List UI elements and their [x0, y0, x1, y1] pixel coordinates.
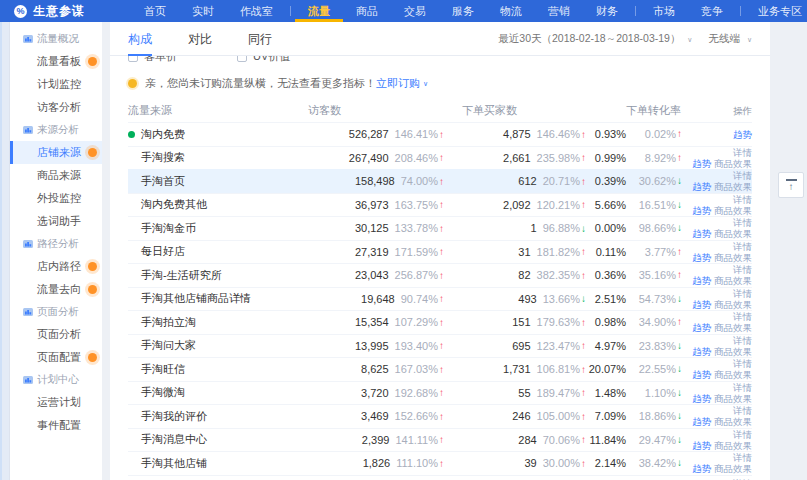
- ops-line-1: 详情: [682, 264, 752, 275]
- sidebar-item-访客分析[interactable]: 访客分析: [10, 96, 102, 119]
- trend-link[interactable]: 趋势: [692, 205, 711, 216]
- product-effect-link[interactable]: 商品效果: [714, 181, 752, 192]
- sidebar-item-运营计划[interactable]: 运营计划: [10, 391, 102, 414]
- product-effect-link[interactable]: 商品效果: [714, 346, 752, 357]
- buyers-cell: 61220.71%↑: [444, 175, 586, 187]
- detail-link[interactable]: 详情: [733, 405, 752, 416]
- conversion-value: 2.51%: [595, 293, 626, 305]
- subscribe-link[interactable]: 立即订购: [376, 76, 420, 91]
- trend-link[interactable]: 趋势: [733, 129, 752, 140]
- nav-item-流量[interactable]: 流量: [295, 0, 343, 22]
- source-name-cell: 手淘其他店铺商品详情: [128, 291, 296, 306]
- nav-item-竞争[interactable]: 竞争: [688, 0, 736, 22]
- tab-同行[interactable]: 同行: [248, 22, 272, 56]
- nav-item-物流[interactable]: 物流: [487, 0, 535, 22]
- trend-link[interactable]: 趋势: [692, 299, 711, 310]
- table-row: 手淘首页158,49874.00%↑61220.71%↑0.39%30.62%↓…: [128, 169, 752, 193]
- trend-link[interactable]: 趋势: [692, 228, 711, 239]
- buyers-cell-value: 82: [518, 269, 530, 281]
- detail-link[interactable]: 详情: [733, 264, 752, 275]
- app-logo[interactable]: % 生意参谋: [14, 3, 85, 20]
- date-range-selector[interactable]: 最近30天（2018-02-18～2018-03-19） ∨: [498, 32, 692, 46]
- trend-link[interactable]: 趋势: [692, 346, 711, 357]
- source-name-cell: 手淘消息中心: [128, 432, 296, 447]
- conversion-change-block: 0.02%↑: [626, 128, 682, 140]
- sidebar-item-流量看板[interactable]: 流量看板: [10, 50, 102, 73]
- product-effect-link[interactable]: 商品效果: [714, 252, 752, 263]
- detail-link[interactable]: 详情: [733, 288, 752, 299]
- conversion-change: 29.47%: [639, 434, 676, 446]
- nav-item-营销[interactable]: 营销: [535, 0, 583, 22]
- trend-link[interactable]: 趋势: [692, 275, 711, 286]
- buyers-cell-change: 70.06%: [543, 434, 580, 446]
- product-effect-link[interactable]: 商品效果: [714, 369, 752, 380]
- terminal-selector[interactable]: 无线端 ∨: [708, 32, 752, 46]
- trend-link[interactable]: 趋势: [692, 158, 711, 169]
- detail-link[interactable]: 详情: [733, 429, 752, 440]
- nav-item-首页[interactable]: 首页: [131, 0, 179, 22]
- product-effect-link[interactable]: 商品效果: [714, 440, 752, 451]
- detail-link[interactable]: 详情: [733, 358, 752, 369]
- visitors-cell-value: 23,043: [355, 269, 389, 281]
- trend-link[interactable]: 趋势: [692, 369, 711, 380]
- column-header-下单买家数: 下单买家数: [444, 103, 586, 118]
- detail-link[interactable]: 详情: [733, 382, 752, 393]
- nav-item-商品[interactable]: 商品: [343, 0, 391, 22]
- conversion-change-block: 29.47%↓: [626, 434, 682, 446]
- sidebar-item-计划监控[interactable]: 计划监控: [10, 73, 102, 96]
- nav-item-交易[interactable]: 交易: [391, 0, 439, 22]
- product-effect-link[interactable]: 商品效果: [714, 205, 752, 216]
- detail-link[interactable]: 详情: [733, 170, 752, 181]
- trend-link[interactable]: 趋势: [692, 463, 711, 474]
- chevron-down-icon: ∨: [687, 36, 692, 43]
- visitors-cell: 3,720192.68%↑: [296, 387, 444, 399]
- visitors-cell: 158,49874.00%↑: [296, 175, 444, 187]
- trend-link[interactable]: 趋势: [692, 252, 711, 263]
- sidebar-section-计划中心: 计划中心: [10, 369, 102, 391]
- trend-link[interactable]: 趋势: [692, 416, 711, 427]
- tab-对比[interactable]: 对比: [188, 22, 212, 56]
- detail-link[interactable]: 详情: [733, 147, 752, 158]
- trend-link[interactable]: 趋势: [692, 393, 711, 404]
- conversion-value: 2.14%: [595, 457, 626, 469]
- sidebar-item-外投监控[interactable]: 外投监控: [10, 187, 102, 210]
- sidebar-item-页面配置[interactable]: 页面配置: [10, 346, 102, 369]
- sidebar-item-选词助手[interactable]: 选词助手: [10, 210, 102, 233]
- nav-item-财务[interactable]: 财务: [583, 0, 631, 22]
- sidebar-item-流量去向[interactable]: 流量去向: [10, 278, 102, 301]
- checkbox-客单价[interactable]: [128, 56, 138, 62]
- nav-item-实时[interactable]: 实时: [179, 0, 227, 22]
- detail-link[interactable]: 详情: [733, 335, 752, 346]
- detail-link[interactable]: 详情: [733, 241, 752, 252]
- product-effect-link[interactable]: 商品效果: [714, 393, 752, 404]
- product-effect-link[interactable]: 商品效果: [714, 463, 752, 474]
- checkbox-UV价值[interactable]: [237, 56, 247, 62]
- trend-link[interactable]: 趋势: [692, 440, 711, 451]
- product-effect-link[interactable]: 商品效果: [714, 322, 752, 333]
- detail-link[interactable]: 详情: [733, 194, 752, 205]
- visitors-cell: 3,469152.66%↑: [296, 410, 444, 422]
- source-name: 手淘-生活研究所: [141, 268, 222, 283]
- product-effect-link[interactable]: 商品效果: [714, 299, 752, 310]
- detail-link[interactable]: 详情: [733, 217, 752, 228]
- sidebar-item-事件配置[interactable]: 事件配置: [10, 414, 102, 437]
- sidebar-item-页面分析[interactable]: 页面分析: [10, 323, 102, 346]
- nav-item-服务[interactable]: 服务: [439, 0, 487, 22]
- detail-link[interactable]: 详情: [733, 452, 752, 463]
- detail-link[interactable]: 详情: [733, 311, 752, 322]
- sidebar-item-店内路径[interactable]: 店内路径: [10, 255, 102, 278]
- trend-link[interactable]: 趋势: [692, 181, 711, 192]
- ops-line-1: 详情: [682, 382, 752, 393]
- sidebar-item-商品来源[interactable]: 商品来源: [10, 164, 102, 187]
- product-effect-link[interactable]: 商品效果: [714, 416, 752, 427]
- product-effect-link[interactable]: 商品效果: [714, 228, 752, 239]
- nav-item-业务专区[interactable]: 业务专区: [745, 0, 807, 22]
- nav-item-作战室[interactable]: 作战室: [227, 0, 286, 22]
- tab-构成[interactable]: 构成: [128, 22, 152, 56]
- product-effect-link[interactable]: 商品效果: [714, 275, 752, 286]
- sidebar-item-店铺来源[interactable]: 店铺来源: [10, 141, 102, 164]
- trend-link[interactable]: 趋势: [692, 322, 711, 333]
- product-effect-link[interactable]: 商品效果: [714, 158, 752, 169]
- nav-item-市场[interactable]: 市场: [640, 0, 688, 22]
- back-to-top-button[interactable]: ↑: [778, 172, 804, 198]
